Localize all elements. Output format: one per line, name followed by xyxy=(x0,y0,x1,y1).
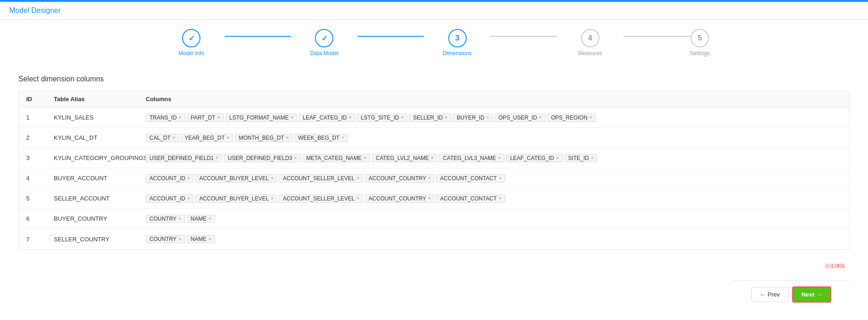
column-tag-label: LEAF_CATEG_ID xyxy=(510,155,554,161)
row-columns: CAL_DT×YEAR_BEG_DT×MONTH_BEG_DT×WEEK_BEG… xyxy=(146,134,842,142)
column-tag-label: CAL_DT xyxy=(149,135,171,141)
step-label-2: Data Model xyxy=(310,50,338,57)
column-tag-remove[interactable]: × xyxy=(217,115,220,120)
row-id: 2 xyxy=(26,134,54,141)
column-tag: META_CATEG_NAME× xyxy=(303,154,370,162)
column-tag: PART_DT× xyxy=(187,114,224,122)
column-tag-label: ACCOUNT_ID xyxy=(149,175,185,182)
column-tag-remove[interactable]: × xyxy=(208,216,211,221)
column-tag-remove[interactable]: × xyxy=(294,155,297,160)
column-tag: COUNTRY× xyxy=(146,215,185,223)
column-tag-label: WEEK_BEG_DT xyxy=(298,135,339,141)
column-tag-label: YEAR_BEG_DT xyxy=(184,135,224,141)
col-header-id: ID xyxy=(26,96,54,103)
column-tag-label: USER_DEFINED_FIELD1 xyxy=(149,155,214,161)
column-tag-remove[interactable]: × xyxy=(445,115,447,120)
footer-buttons: ← Prev Next → xyxy=(733,280,850,308)
column-tag-remove[interactable]: × xyxy=(589,115,592,120)
column-tag: OPS_USER_ID× xyxy=(495,114,545,122)
column-tag-remove[interactable]: × xyxy=(428,196,431,201)
column-tag-label: LEAF_CATEG_ID xyxy=(303,114,347,121)
column-tag: SITE_ID× xyxy=(565,154,598,162)
column-tag-remove[interactable]: × xyxy=(187,196,190,201)
step-label-5: Settings xyxy=(690,50,710,57)
main-content: Select dimension columns ID Table Alias … xyxy=(0,66,868,259)
row-id: 4 xyxy=(26,175,54,182)
step-line-2 xyxy=(358,36,424,37)
step-circle-1: ✓ xyxy=(182,29,200,47)
column-tag-remove[interactable]: × xyxy=(286,135,289,140)
column-tag-remove[interactable]: × xyxy=(271,176,274,181)
column-tag-remove[interactable]: × xyxy=(341,135,344,140)
column-tag-remove[interactable]: × xyxy=(178,216,181,221)
column-tag-remove[interactable]: × xyxy=(498,176,501,181)
column-tag-remove[interactable]: × xyxy=(356,176,359,181)
column-tag-remove[interactable]: × xyxy=(539,115,542,120)
column-tag-remove[interactable]: × xyxy=(498,155,501,160)
column-tag: LSTG_FORMAT_NAME× xyxy=(226,114,297,122)
column-tag-remove[interactable]: × xyxy=(271,196,274,201)
column-tag-remove[interactable]: × xyxy=(401,115,404,120)
column-tag-label: SITE_ID xyxy=(568,155,589,161)
column-tag-label: COUNTRY xyxy=(149,216,177,222)
row-alias: KYLIN_CAL_DT xyxy=(54,134,146,141)
table-body: 1KYLIN_SALESTRANS_ID×PART_DT×LSTG_FORMAT… xyxy=(19,108,849,249)
column-tag-remove[interactable]: × xyxy=(431,155,434,160)
column-tag: SELLER_ID× xyxy=(409,114,451,122)
step-circle-3: 3 xyxy=(448,29,467,47)
column-tag-label: BUYER_ID xyxy=(457,114,485,121)
column-tag-remove[interactable]: × xyxy=(172,135,175,140)
row-id: 3 xyxy=(26,154,54,161)
column-tag-remove[interactable]: × xyxy=(591,155,594,160)
column-tag-remove[interactable]: × xyxy=(356,196,359,201)
row-columns: COUNTRY×NAME× xyxy=(146,235,842,243)
wizard-step-1[interactable]: ✓Model Info xyxy=(158,29,225,57)
column-tag-remove[interactable]: × xyxy=(178,115,181,120)
table-row: 6BUYER_COUNTRYCOUNTRY×NAME× xyxy=(19,209,849,229)
column-tag: USER_DEFINED_FIELD3× xyxy=(224,154,300,162)
column-tag-remove[interactable]: × xyxy=(348,115,351,120)
row-alias: SELLER_COUNTRY xyxy=(54,236,146,243)
dimension-table: ID Table Alias Columns 1KYLIN_SALESTRANS… xyxy=(18,91,850,250)
wizard-step-2[interactable]: ✓Data Model xyxy=(291,29,358,57)
column-tag-remove[interactable]: × xyxy=(556,155,559,160)
column-tag-remove[interactable]: × xyxy=(428,176,431,181)
step-circle-2: ✓ xyxy=(315,29,333,47)
column-tag-label: LSTG_FORMAT_NAME xyxy=(229,114,289,121)
row-id: 1 xyxy=(26,114,54,121)
column-tag-label: ACCOUNT_COUNTRY xyxy=(369,195,426,202)
step-circle-4: 4 xyxy=(581,29,600,47)
row-columns: USER_DEFINED_FIELD1×USER_DEFINED_FIELD3×… xyxy=(146,154,842,162)
column-tag-remove[interactable]: × xyxy=(498,196,501,201)
column-tag-label: LSTG_SITE_ID xyxy=(361,114,399,121)
row-alias: KYLIN_SALES xyxy=(54,114,146,121)
column-tag: LSTG_SITE_ID× xyxy=(357,114,408,122)
column-tag-remove[interactable]: × xyxy=(208,237,211,242)
column-tag-remove[interactable]: × xyxy=(178,237,181,242)
column-tag-remove[interactable]: × xyxy=(291,115,293,120)
footer-area: 点击继续 ← Prev Next → xyxy=(0,259,868,312)
row-id: 7 xyxy=(26,236,54,243)
wizard-step-3[interactable]: 3Dimensions xyxy=(424,29,491,57)
table-row: 7SELLER_COUNTRYCOUNTRY×NAME× xyxy=(19,229,849,249)
table-header: ID Table Alias Columns xyxy=(19,91,849,108)
next-button[interactable]: Next → xyxy=(792,286,831,303)
row-alias: KYLIN_CATEGORY_GROUPINGS xyxy=(54,154,146,161)
prev-button[interactable]: ← Prev xyxy=(751,287,788,302)
column-tag: NAME× xyxy=(187,215,215,223)
column-tag-remove[interactable]: × xyxy=(486,115,489,120)
row-columns: COUNTRY×NAME× xyxy=(146,215,842,223)
row-id: 5 xyxy=(26,195,54,202)
column-tag: ACCOUNT_COUNTRY× xyxy=(365,194,435,203)
column-tag: COUNTRY× xyxy=(146,235,185,243)
column-tag-remove[interactable]: × xyxy=(187,176,190,181)
column-tag-remove[interactable]: × xyxy=(216,155,218,160)
column-tag-label: COUNTRY xyxy=(149,236,177,242)
wizard-step-5[interactable]: 5Settings xyxy=(690,29,710,57)
column-tag-remove[interactable]: × xyxy=(364,155,366,160)
column-tag: ACCOUNT_CONTACT× xyxy=(436,194,505,203)
table-row: 2KYLIN_CAL_DTCAL_DT×YEAR_BEG_DT×MONTH_BE… xyxy=(19,128,849,148)
row-alias: BUYER_COUNTRY xyxy=(54,215,146,222)
column-tag-remove[interactable]: × xyxy=(227,135,229,140)
wizard-step-4[interactable]: 4Measures xyxy=(557,29,623,57)
